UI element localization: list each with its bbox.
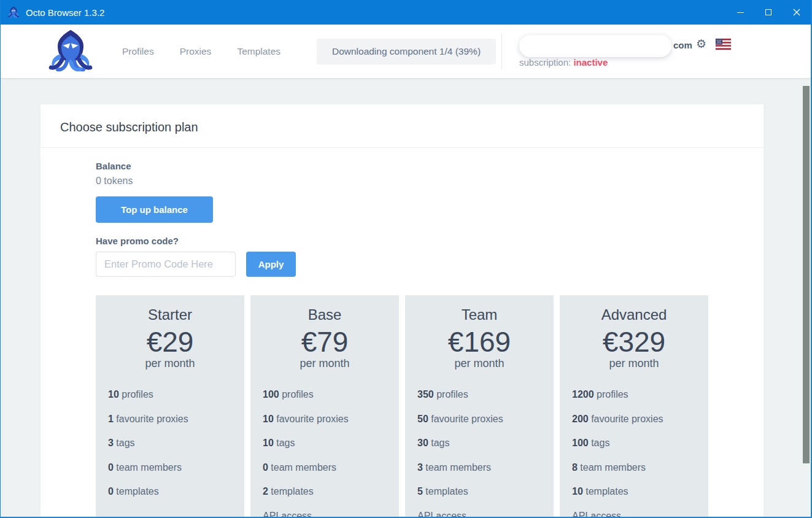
- maximize-button[interactable]: [754, 0, 783, 25]
- plan-features: 1200 profiles200 favourite proxies100 ta…: [560, 389, 708, 517]
- main-nav: Profiles Proxies Templates: [122, 25, 280, 78]
- plan-feature: 0 team members: [108, 462, 232, 473]
- promo-code-label: Have promo code?: [96, 236, 764, 246]
- plan-period: per month: [560, 357, 708, 370]
- plan-feature: 0 templates: [108, 486, 232, 497]
- top-up-balance-button[interactable]: Top up balance: [96, 196, 213, 223]
- minimize-button[interactable]: [726, 0, 754, 25]
- plan-feature: 350 profiles: [417, 389, 541, 400]
- plan-feature: 8 team members: [572, 462, 696, 473]
- plan-feature: 2 templates: [263, 486, 387, 497]
- promo-row: Apply: [96, 252, 764, 277]
- plan-feature: API access: [417, 511, 541, 517]
- plan-features: 100 profiles10 favourite proxies10 tags0…: [250, 389, 399, 517]
- content-area: Choose subscription plan Balance 0 token…: [1, 78, 811, 517]
- plan-feature: 10 templates: [572, 486, 696, 497]
- subscription-status: inactive: [573, 57, 608, 68]
- subscription-line: subscription: inactive: [519, 57, 608, 68]
- account-email-redacted[interactable]: [519, 35, 671, 57]
- octo-browser-logo: [45, 28, 96, 75]
- download-status-box: Downloading component 1/4 (39%): [317, 39, 496, 64]
- plan-price: €329: [560, 327, 708, 357]
- promo-code-input[interactable]: [96, 252, 236, 277]
- plan-period: per month: [405, 357, 554, 370]
- plan-card[interactable]: Team €169 per month 350 profiles50 favou…: [405, 295, 554, 517]
- nav-templates[interactable]: Templates: [237, 46, 280, 57]
- plan-period: per month: [96, 357, 244, 370]
- plan-feature: 200 favourite proxies: [572, 414, 696, 425]
- app-header: Profiles Proxies Templates Downloading c…: [1, 25, 811, 78]
- plan-feature: API access: [263, 511, 387, 517]
- plan-feature: 100 profiles: [263, 389, 387, 400]
- nav-profiles[interactable]: Profiles: [122, 46, 154, 57]
- plan-price: €169: [405, 327, 554, 357]
- plans-row: Starter €29 per month 10 profiles1 favou…: [96, 295, 764, 517]
- plan-feature: 10 tags: [263, 438, 387, 449]
- plan-feature: 10 profiles: [108, 389, 232, 400]
- plan-feature: 5 templates: [417, 486, 541, 497]
- maximize-icon: [765, 9, 771, 15]
- plan-feature: 1200 profiles: [572, 389, 696, 400]
- header-divider: [501, 33, 502, 70]
- plan-price: €79: [250, 327, 399, 357]
- subscription-label: subscription:: [519, 57, 573, 68]
- plan-feature: 3 tags: [108, 438, 232, 449]
- panel-body: Balance 0 tokens Top up balance Have pro…: [41, 148, 764, 517]
- plan-name: Starter: [96, 306, 244, 323]
- plan-feature: 10 favourite proxies: [263, 414, 387, 425]
- page-title: Choose subscription plan: [60, 120, 744, 134]
- plan-feature: 1 favourite proxies: [108, 414, 232, 425]
- apply-promo-button[interactable]: Apply: [246, 252, 296, 277]
- plan-period: per month: [250, 357, 399, 370]
- account-block: com ⚙ subscription: inactive: [519, 34, 740, 72]
- app-window: Octo Browser 1.3.2 Profiles Proxies Temp…: [0, 0, 812, 518]
- vertical-scrollbar-thumb[interactable]: [803, 86, 810, 463]
- plan-feature: 0 team members: [263, 462, 387, 473]
- plan-name: Base: [250, 306, 399, 323]
- minimize-icon: [737, 12, 744, 13]
- nav-proxies[interactable]: Proxies: [180, 46, 212, 57]
- settings-gear-icon[interactable]: ⚙: [696, 37, 706, 50]
- plan-feature: 3 team members: [417, 462, 541, 473]
- download-status-text: Downloading component 1/4 (39%): [332, 46, 481, 57]
- balance-label: Balance: [96, 161, 764, 171]
- app-icon-octopus: [7, 6, 20, 18]
- plan-feature: 30 tags: [417, 438, 541, 449]
- subscription-panel: Choose subscription plan Balance 0 token…: [41, 104, 764, 517]
- account-email-tail: com: [673, 40, 692, 50]
- plan-price: €29: [96, 327, 244, 357]
- plan-features: 10 profiles1 favourite proxies3 tags0 te…: [96, 389, 244, 497]
- window-controls: [726, 0, 811, 25]
- plan-card[interactable]: Advanced €329 per month 1200 profiles200…: [560, 295, 708, 517]
- panel-header: Choose subscription plan: [41, 104, 764, 148]
- window-title: Octo Browser 1.3.2: [26, 7, 104, 18]
- close-button[interactable]: [783, 0, 811, 25]
- close-icon: [793, 9, 800, 16]
- plan-features: 350 profiles50 favourite proxies30 tags3…: [405, 389, 554, 517]
- plan-name: Team: [405, 306, 554, 323]
- plan-feature: API access: [572, 511, 696, 517]
- plan-name: Advanced: [560, 306, 708, 323]
- titlebar: Octo Browser 1.3.2: [1, 0, 811, 25]
- plan-feature: 50 favourite proxies: [417, 414, 541, 425]
- language-flag-us-icon[interactable]: [716, 39, 731, 50]
- plan-card[interactable]: Base €79 per month 100 profiles10 favour…: [250, 295, 399, 517]
- plan-feature: 100 tags: [572, 438, 696, 449]
- plan-card[interactable]: Starter €29 per month 10 profiles1 favou…: [96, 295, 244, 517]
- balance-value: 0 tokens: [96, 176, 764, 187]
